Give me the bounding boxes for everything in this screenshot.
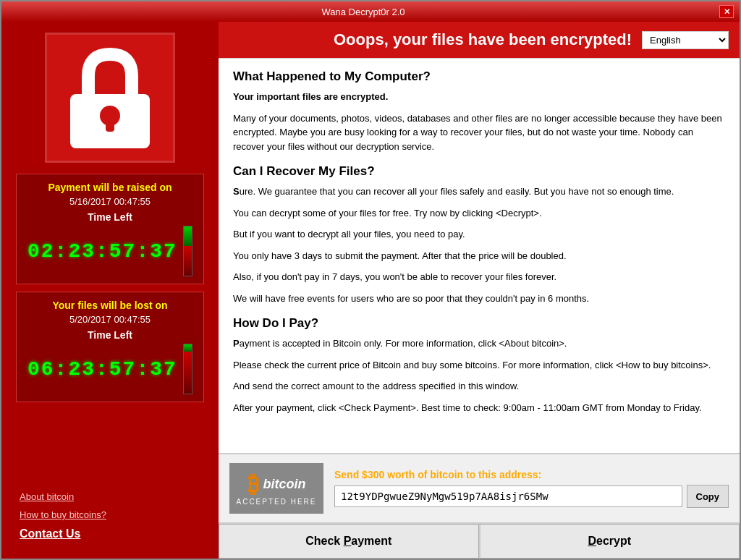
window-title: Wana Decrypt0r 2.0: [7, 7, 719, 17]
section3-para4: After your payment, click <Check Payment…: [233, 401, 725, 415]
section1-para2: Many of your documents, photos, videos, …: [233, 111, 725, 154]
section3-heading: How Do I Pay?: [233, 316, 725, 331]
section3-para2: Please check the current price of Bitcoi…: [233, 358, 725, 373]
progress-red: [184, 246, 192, 276]
payment-timer-digits: 02:23:57:37: [27, 240, 177, 263]
bitcoin-logo: ₿ bitcoin: [247, 471, 306, 498]
section2-heading: Can I Recover My Files?: [233, 164, 725, 179]
lost-timer-row: 06:23:57:37: [27, 344, 192, 394]
title-bar: Wana Decrypt0r 2.0 ✕: [1, 1, 740, 22]
main-content: Payment will be raised on 5/16/2017 00:4…: [1, 22, 740, 559]
bitcoin-accepted: ACCEPTED HERE: [236, 498, 316, 506]
payment-time-left-label: Time Left: [27, 211, 192, 223]
decrypt-button[interactable]: Decrypt: [479, 524, 740, 559]
section2-para1: Sure. We guarantee that you can recover …: [233, 184, 725, 199]
lost-time-left-label: Time Left: [27, 329, 192, 341]
bitcoin-logo-box: ₿ bitcoin ACCEPTED HERE: [229, 463, 323, 514]
section2-para6: We will have free events for users who a…: [233, 292, 725, 306]
svg-rect-2: [106, 116, 114, 132]
lost-progress-bar: [183, 344, 192, 394]
lost-progress-green: [184, 344, 192, 352]
payment-timer-row: 02:23:57:37: [27, 226, 192, 276]
payment-progress-bar: [183, 226, 192, 276]
bitcoin-send-label: Send $300 worth of bitcoin to this addre…: [334, 469, 729, 480]
section1-para1: Your important files are encrypted.: [233, 90, 725, 104]
progress-green: [184, 226, 192, 246]
copy-button[interactable]: Copy: [687, 485, 729, 508]
bitcoin-text: bitcoin: [263, 477, 306, 492]
lost-title: Your files will be lost on: [27, 300, 192, 311]
contact-us-link[interactable]: Contact Us: [20, 527, 200, 540]
padlock-icon: [63, 43, 157, 152]
how-to-buy-link[interactable]: How to buy bitcoins?: [20, 509, 200, 520]
bottom-buttons: Check Payment Decrypt: [219, 522, 740, 559]
main-window: Wana Decrypt0r 2.0 ✕ Payment will be rai: [0, 0, 741, 560]
content-area[interactable]: What Happened to My Computer? Your impor…: [219, 58, 740, 453]
section2-para3: But if you want to decrypt all your file…: [233, 227, 725, 242]
section2-para1-text: ure. We guarantee that you can recover a…: [240, 186, 674, 197]
section1-heading: What Happened to My Computer?: [233, 69, 725, 84]
bitcoin-address-input[interactable]: [334, 485, 682, 507]
payment-title: Payment will be raised on: [27, 182, 192, 193]
payment-timer-box: Payment will be raised on 5/16/2017 00:4…: [16, 174, 204, 284]
lost-timer-digits: 06:23:57:37: [27, 358, 177, 381]
lost-timer-box: Your files will be lost on 5/20/2017 00:…: [16, 292, 204, 402]
section2-para2: You can decrypt some of your files for f…: [233, 206, 725, 221]
section3-para1: Payment is accepted in Bitcoin only. For…: [233, 336, 725, 351]
right-panel: Ooops, your files have been encrypted! E…: [219, 22, 740, 559]
header-title: Ooops, your files have been encrypted!: [323, 30, 642, 49]
close-button[interactable]: ✕: [719, 5, 734, 18]
section-how-do-i-pay: How Do I Pay? Payment is accepted in Bit…: [233, 316, 725, 415]
section2-para4: You only have 3 days to submit the payme…: [233, 249, 725, 263]
bitcoin-section: ₿ bitcoin ACCEPTED HERE Send $300 worth …: [219, 453, 740, 522]
bitcoin-address-row: Copy: [334, 485, 729, 508]
section2-para5: Also, if you don't pay in 7 days, you wo…: [233, 270, 725, 284]
section3-para3: And send the correct amount to the addre…: [233, 379, 725, 394]
lost-date: 5/20/2017 00:47:55: [27, 314, 192, 325]
language-select[interactable]: English Español Français Deutsch 中文: [642, 31, 729, 49]
right-header: Ooops, your files have been encrypted! E…: [219, 22, 740, 58]
bitcoin-right: Send $300 worth of bitcoin to this addre…: [334, 469, 729, 508]
padlock-container: [45, 33, 175, 163]
about-bitcoin-link[interactable]: About bitcoin: [20, 491, 200, 502]
bottom-links: About bitcoin How to buy bitcoins? Conta…: [9, 484, 211, 548]
check-payment-button[interactable]: Check Payment: [219, 524, 479, 559]
bitcoin-b-icon: ₿: [247, 471, 259, 498]
payment-date: 5/16/2017 00:47:55: [27, 196, 192, 207]
left-panel: Payment will be raised on 5/16/2017 00:4…: [1, 22, 219, 559]
lost-progress-red: [184, 352, 192, 394]
section-can-i-recover: Can I Recover My Files? Sure. We guarant…: [233, 164, 725, 305]
section-what-happened: What Happened to My Computer? Your impor…: [233, 69, 725, 153]
